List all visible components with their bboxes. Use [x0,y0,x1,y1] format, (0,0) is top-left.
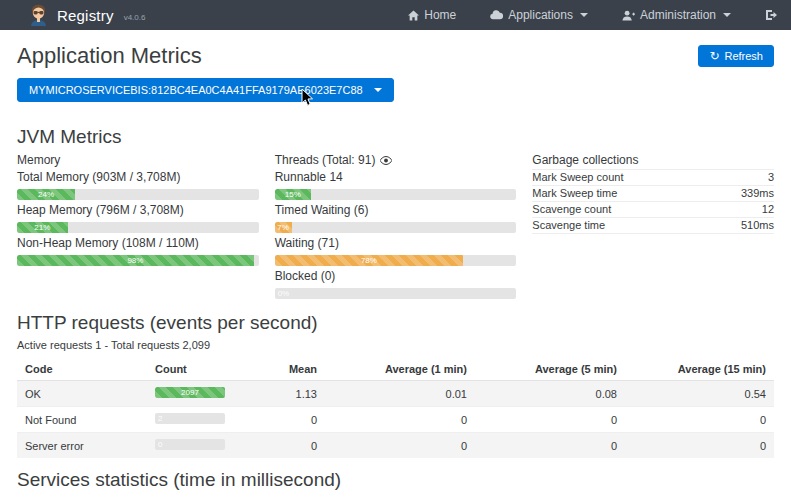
timed-waiting-label: Timed Waiting (6) [275,203,517,217]
refresh-icon: ↻ [709,50,719,62]
progress-fill: 98% [17,255,254,266]
http-requests-table: Code Count Mean Average (1 min) Average … [17,358,774,458]
memory-title: Memory [17,153,259,167]
page-title: Application Metrics [17,43,202,69]
chevron-down-icon [580,13,588,17]
progress-fill: 24% [17,189,75,200]
blocked-label: Blocked (0) [275,269,517,283]
avg5-cell: 0.08 [475,381,625,407]
gc-row-label: Scavenge count [532,203,611,215]
avg1-cell: 0.01 [325,381,475,407]
services-statistics-table: Service name Count Mean Min p50 p75 p95 … [17,496,774,500]
code-cell: Server error [17,433,147,459]
table-row-server-error: Server error 0 0 0 0 0 [17,433,774,459]
gc-column: Garbage collections Mark Sweep count 3 M… [532,153,774,301]
gc-row-label: Mark Sweep count [532,171,623,183]
cloud-icon [490,10,503,20]
gc-row: Scavenge time 510ms [532,218,774,234]
navbar: Registry v4.0.6 Home Applications [0,0,791,30]
sign-out-button[interactable] [765,9,777,21]
instance-selector-dropdown[interactable]: MYMICROSERVICEBIS:812BC4EA0C4A41FFA9179A… [17,78,394,102]
brand[interactable]: Registry v4.0.6 [28,2,145,29]
chevron-down-icon [374,88,382,92]
runnable-progressbar: 15% [275,189,517,200]
chevron-down-icon [723,13,731,17]
progress-fill: 0 [155,439,225,450]
col-header-count: Count [397,496,449,500]
col-header-min: Min [501,496,546,500]
col-header-avg5: Average (5 min) [475,358,625,381]
mean-cell: 0 [265,433,325,459]
gc-title: Garbage collections [532,153,774,170]
total-memory-progressbar: 24% [17,189,259,200]
nav-applications[interactable]: Applications [490,8,588,22]
heap-memory-progressbar: 21% [17,222,259,233]
user-plus-icon [622,10,635,21]
refresh-button-label: Refresh [724,50,763,62]
progress-fill: 2097 [155,387,225,398]
nonheap-memory-progressbar: 98% [17,255,259,266]
gc-row: Mark Sweep time 339ms [532,186,774,202]
col-header-code: Code [17,358,147,381]
brand-name: Registry [57,7,114,24]
progress-fill: 7% [275,222,292,233]
avg5-cell: 0 [475,407,625,433]
code-cell: OK [17,381,147,407]
brand-version: v4.0.6 [124,13,146,22]
gc-row-value: 339ms [741,187,774,199]
mean-cell: 0 [265,407,325,433]
jvm-metrics-title: JVM Metrics [17,126,774,148]
gc-row: Mark Sweep count 3 [532,170,774,186]
http-requests-title: HTTP requests (events per second) [17,312,774,334]
blocked-progressbar: 0% [275,288,517,299]
avg1-cell: 0 [325,407,475,433]
gc-row-value: 510ms [741,219,774,231]
table-row-not-found: Not Found 2 0 0 0 0 [17,407,774,433]
gc-row: Scavenge count 12 [532,202,774,218]
count-progressbar: 2097 [155,387,225,398]
services-statistics-title: Services statistics (time in millisecond… [17,469,774,491]
col-header-avg15: Average (15 min) [625,358,774,381]
table-row-ok: OK 2097 1.13 0.01 0.08 0.54 [17,381,774,407]
nonheap-memory-label: Non-Heap Memory (108M / 110M) [17,236,259,250]
waiting-progressbar: 78% [275,255,517,266]
jvm-metrics-panel: Memory Total Memory (903M / 3,708M) 24% … [17,153,774,301]
progress-fill: 2 [155,413,225,424]
col-header-max: Max [726,496,774,500]
services-table-header-row: Service name Count Mean Min p50 p75 p95 … [17,496,774,500]
progress-fill: 0% [275,288,517,299]
total-memory-label: Total Memory (903M / 3,708M) [17,170,259,184]
registry-logo-avatar [28,2,49,29]
avg1-cell: 0 [325,433,475,459]
col-header-p95: p95 [636,496,681,500]
timed-waiting-progressbar: 7% [275,222,517,233]
nav-home-label: Home [424,8,456,22]
col-header-service-name: Service name [17,496,397,500]
col-header-avg1: Average (1 min) [325,358,475,381]
nav-administration[interactable]: Administration [622,8,731,22]
avg15-cell: 0 [625,407,774,433]
refresh-button[interactable]: ↻ Refresh [698,45,774,67]
count-progressbar: 2 [155,413,225,424]
col-header-count: Count [147,358,265,381]
nav-administration-label: Administration [640,8,716,22]
col-header-p75: p75 [591,496,636,500]
nav-home[interactable]: Home [408,8,456,22]
avg15-cell: 0 [625,433,774,459]
eye-icon[interactable] [380,156,392,165]
nav-applications-label: Applications [508,8,573,22]
gc-row-value: 12 [762,203,774,215]
avg5-cell: 0 [475,433,625,459]
avg15-cell: 0.54 [625,381,774,407]
waiting-label: Waiting (71) [275,236,517,250]
count-progressbar: 0 [155,439,225,450]
threads-title: Threads (Total: 91) [275,153,376,167]
threads-column: Threads (Total: 91) Runnable 14 15% Time… [275,153,517,301]
gc-row-label: Mark Sweep time [532,187,617,199]
progress-fill: 15% [275,189,311,200]
code-cell: Not Found [17,407,147,433]
col-header-p50: p50 [546,496,591,500]
col-header-mean: Mean [449,496,501,500]
gc-row-value: 3 [768,171,774,183]
col-header-mean: Mean [265,358,325,381]
